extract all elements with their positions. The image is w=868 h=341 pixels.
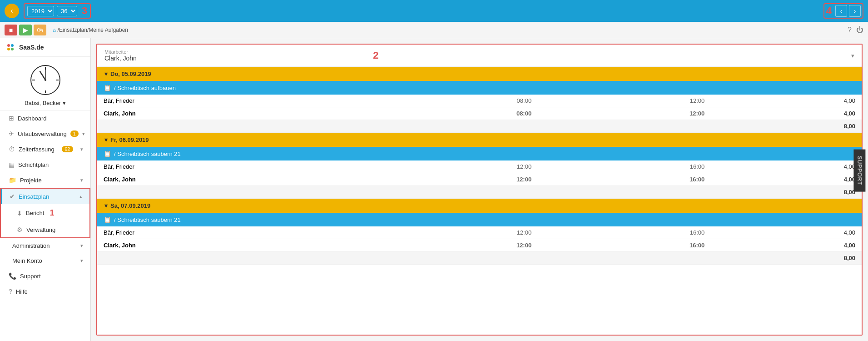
back-button[interactable]: ‹ xyxy=(5,4,19,18)
employee-name: Clark, John xyxy=(97,173,365,186)
sidebar-item-einsatzplan[interactable]: ✔ Einsatzplan ▴ xyxy=(1,189,89,204)
task-table-3: Bär, Frieder 12:00 16:00 4,00 Clark, Joh… xyxy=(97,226,862,265)
clock-area: Babsi, Becker ▾ xyxy=(0,57,90,110)
day-section-1: ▾ Do, 05.09.2019 📋 / Schreibtisch aufbau… xyxy=(97,67,862,133)
table-row: Clark, John 12:00 16:00 4,00 xyxy=(97,173,862,186)
sidebar-item-label: Bericht xyxy=(26,210,44,216)
sidebar: SaaS.de Babsi, Becker ▾ xyxy=(0,38,91,341)
dot-green xyxy=(11,48,14,50)
top-bar-right-group: 4 ‹ › xyxy=(823,3,863,19)
task-table-1: Bär, Frieder 08:00 12:00 4,00 Clark, Joh… xyxy=(97,95,862,133)
start-time: 12:00 xyxy=(365,160,538,173)
day-header-1[interactable]: ▾ Do, 05.09.2019 xyxy=(97,67,862,81)
sidebar-item-zeiterfassung[interactable]: ⏱ Zeiterfassung 62 ▾ xyxy=(0,141,90,157)
year-select[interactable]: 2019 2018 2020 xyxy=(27,6,54,16)
task-block-1: 📋 / Schreibtisch aufbauen Bär, Frieder 0… xyxy=(97,81,862,133)
mitarbeiter-header: Mitarbeiter Clark, John 2 ▾ xyxy=(97,45,862,67)
table-row: Bär, Frieder 12:00 16:00 4,00 xyxy=(97,226,862,239)
zeiterfassung-icon: ⏱ xyxy=(9,145,15,153)
prev-arrow-button[interactable]: ‹ xyxy=(835,5,847,17)
task-block-2: 📋 / Schreibtisch säubern 21 Bär, Frieder… xyxy=(97,147,862,199)
stop-button[interactable]: ■ xyxy=(5,25,17,35)
mitarbeiter-chevron-icon[interactable]: ▾ xyxy=(851,52,854,59)
day-header-3[interactable]: ▾ Sa, 07.09.2019 xyxy=(97,199,862,213)
sidebar-item-administration[interactable]: Administration ▾ xyxy=(0,238,90,253)
power-button[interactable]: ⏻ xyxy=(856,26,863,34)
play-button[interactable]: ▶ xyxy=(19,25,32,35)
total-hours: 8,00 xyxy=(711,120,862,133)
sidebar-item-dashboard[interactable]: ⊞ Dashboard xyxy=(0,110,90,126)
sidebar-item-bericht[interactable]: ⬇ Bericht 1 xyxy=(1,204,89,222)
start-time: 12:00 xyxy=(365,226,538,239)
sidebar-item-verwaltung[interactable]: ⚙ Verwaltung xyxy=(1,222,89,237)
chevron-down-icon: ▾ xyxy=(82,131,85,137)
chevron-up-icon: ▴ xyxy=(79,194,82,200)
end-time: 16:00 xyxy=(538,226,711,239)
start-time: 12:00 xyxy=(365,239,538,252)
task-icon: 📋 xyxy=(104,216,111,223)
task-block-3: 📋 / Schreibtisch säubern 21 Bär, Frieder… xyxy=(97,213,862,265)
breadcrumb-home[interactable]: ⌂ xyxy=(53,27,56,33)
action-bar: ■ ▶ 🛍 ⌂ /Einsatzplan/Meine Aufgaben ? ⏻ xyxy=(0,22,868,38)
hours: 4,00 xyxy=(711,226,862,239)
task-icon: 📋 xyxy=(104,84,111,91)
user-chevron-icon: ▾ xyxy=(63,100,66,106)
sidebar-item-projekte[interactable]: 📁 Projekte ▾ xyxy=(0,172,90,188)
sidebar-item-label: Zeiterfassung xyxy=(19,146,55,153)
day-chevron-icon: ▾ xyxy=(104,70,108,77)
hilfe-icon: ? xyxy=(9,288,12,295)
table-row: Bär, Frieder 08:00 12:00 4,00 xyxy=(97,95,862,107)
left-number: 3 xyxy=(82,5,87,17)
next-arrow-button[interactable]: › xyxy=(849,5,861,17)
breadcrumb-path: /Einsatzplan/Meine Aufgaben xyxy=(58,27,128,33)
day-label-1: Do, 05.09.2019 xyxy=(110,70,151,77)
support-tab[interactable]: SUPPORT xyxy=(854,150,866,192)
support-icon: 📞 xyxy=(9,272,16,280)
sidebar-item-hilfe[interactable]: ? Hilfe xyxy=(0,284,90,299)
hours: 4,00 xyxy=(711,239,862,252)
help-button[interactable]: ? xyxy=(848,26,852,34)
top-bar: ‹ 2019 2018 2020 36 35 37 3 4 ‹ › xyxy=(0,0,868,22)
sidebar-item-label: Schichtplan xyxy=(18,161,49,168)
dashboard-icon: ⊞ xyxy=(9,115,14,122)
sidebar-item-mein-konto[interactable]: Mein Konto ▾ xyxy=(0,253,90,268)
right-number: 4 xyxy=(826,5,832,17)
bericht-icon: ⬇ xyxy=(17,210,22,217)
employee-name: Bär, Frieder xyxy=(97,160,365,173)
day-section-2: ▾ Fr, 06.09.2019 📋 / Schreibtisch säuber… xyxy=(97,133,862,199)
sidebar-item-label: Einsatzplan xyxy=(19,193,49,200)
schichtplan-icon: ▦ xyxy=(9,161,15,168)
week-selector-group: 2019 2018 2020 36 35 37 3 xyxy=(24,3,91,19)
hours: 4,00 xyxy=(711,173,862,186)
projekte-icon: 📁 xyxy=(9,176,16,184)
total-row: 8,00 xyxy=(97,186,862,199)
sidebar-item-label: Hilfe xyxy=(16,288,28,295)
top-bar-left: ‹ 2019 2018 2020 36 35 37 3 xyxy=(5,3,91,19)
chevron-down-icon: ▾ xyxy=(80,258,83,264)
table-row: Clark, John 12:00 16:00 4,00 xyxy=(97,239,862,252)
sidebar-item-label: Dashboard xyxy=(18,115,47,122)
user-name[interactable]: Babsi, Becker ▾ xyxy=(25,100,66,106)
urlaubsverwaltung-badge: 1 xyxy=(70,130,79,137)
sidebar-item-support[interactable]: 📞 Support xyxy=(0,268,90,284)
zeiterfassung-badge: 62 xyxy=(62,146,73,152)
sidebar-item-schichtplan[interactable]: ▦ Schichtplan xyxy=(0,157,90,172)
main-layout: SaaS.de Babsi, Becker ▾ xyxy=(0,38,868,341)
logo-text: SaaS.de xyxy=(19,44,44,51)
sidebar-item-urlaubsverwaltung[interactable]: ✈ Urlaubsverwaltung 1 ▾ xyxy=(0,126,90,141)
hours: 4,00 xyxy=(711,95,862,107)
breadcrumb: ⌂ /Einsatzplan/Meine Aufgaben xyxy=(53,27,128,33)
task-icon: 📋 xyxy=(104,150,111,157)
bag-button[interactable]: 🛍 xyxy=(34,25,46,35)
clock-icon xyxy=(30,64,61,96)
chevron-down-icon: ▾ xyxy=(80,243,83,249)
task-name-2: / Schreibtisch säubern 21 xyxy=(114,150,181,157)
hours: 4,00 xyxy=(711,107,862,120)
mitarbeiter-info: Mitarbeiter Clark, John xyxy=(104,49,137,62)
end-time: 16:00 xyxy=(538,239,711,252)
day-header-2[interactable]: ▾ Fr, 06.09.2019 xyxy=(97,133,862,147)
day-chevron-icon: ▾ xyxy=(104,202,108,209)
content-area: Mitarbeiter Clark, John 2 ▾ ▾ Do, 05.09.… xyxy=(91,38,868,341)
week-select[interactable]: 36 35 37 xyxy=(57,6,77,16)
day-section-3: ▾ Sa, 07.09.2019 📋 / Schreibtisch säuber… xyxy=(97,199,862,265)
